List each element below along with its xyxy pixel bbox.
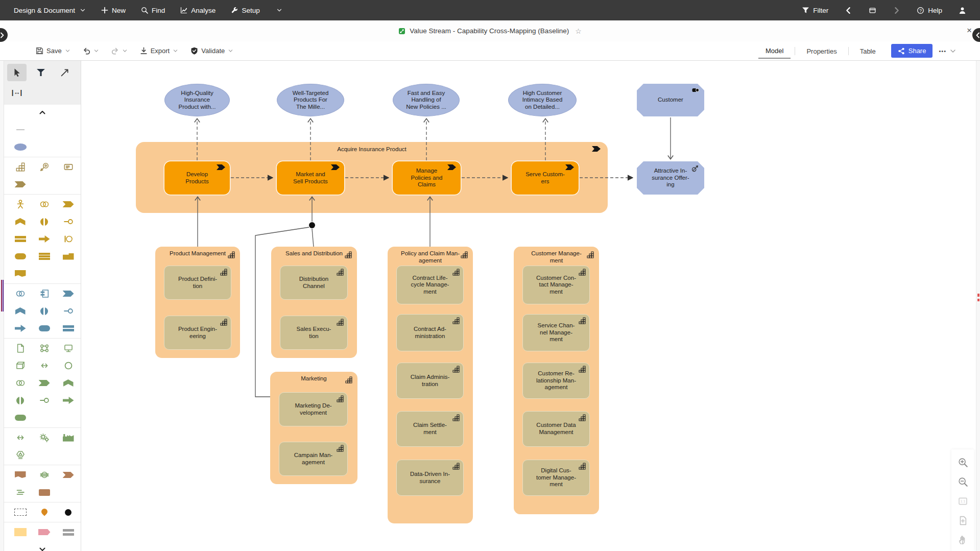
right-panel-strip[interactable] bbox=[976, 41, 980, 551]
stage-manage-policies[interactable]: Manage Policies and Claims bbox=[393, 161, 461, 195]
stage-serve-customers[interactable]: Serve Custom- ers bbox=[512, 161, 579, 195]
zoom-reset-button[interactable]: 1:1 bbox=[954, 492, 971, 510]
back-button[interactable] bbox=[838, 0, 859, 20]
palette-technology-collaboration[interactable] bbox=[8, 374, 32, 392]
goal-fast-easy[interactable]: Fast and Easy Handling of New Policies .… bbox=[393, 84, 460, 116]
setup-menu[interactable]: Setup bbox=[224, 0, 266, 20]
stage-develop-products[interactable]: Develop Products bbox=[164, 161, 230, 195]
left-panel-strip[interactable] bbox=[0, 41, 4, 551]
goal-well-targeted[interactable]: Well-Targeted Products For The Mille... bbox=[277, 84, 344, 116]
palette-path[interactable] bbox=[32, 357, 56, 374]
cap-customer-contact[interactable]: Customer Con- tact Manage- ment bbox=[522, 266, 590, 304]
palette-application-object[interactable] bbox=[32, 320, 56, 337]
close-icon[interactable]: × bbox=[967, 26, 972, 36]
save-button[interactable]: Save bbox=[32, 44, 75, 57]
palette-gap[interactable] bbox=[32, 466, 56, 484]
palette-communication-path[interactable] bbox=[8, 429, 32, 446]
cap-product-engineering[interactable]: Product Engin- eering bbox=[164, 316, 231, 350]
palette-application-collaboration[interactable] bbox=[8, 285, 32, 302]
validate-button[interactable]: Validate bbox=[186, 44, 237, 57]
goal-high-quality[interactable]: High-Quality Insurance Product with... bbox=[164, 84, 230, 116]
palette-business-contract[interactable] bbox=[56, 248, 80, 265]
design-document-menu[interactable]: Design & Document bbox=[7, 0, 92, 20]
palette-course-of-action[interactable] bbox=[32, 158, 56, 176]
palette-business-interaction[interactable] bbox=[32, 213, 56, 230]
cap-marketing-development[interactable]: Marketing De- velopment bbox=[279, 392, 348, 426]
palette-implementation-service[interactable] bbox=[56, 466, 80, 484]
palette-junction[interactable] bbox=[56, 504, 80, 521]
palette-distribution-network[interactable] bbox=[8, 446, 32, 464]
palette-line[interactable] bbox=[8, 121, 32, 138]
fit-page-button[interactable] bbox=[954, 512, 971, 529]
palette-application-process[interactable] bbox=[56, 320, 80, 337]
palette-business-representation[interactable] bbox=[8, 265, 32, 282]
tab-table[interactable]: Table bbox=[853, 43, 883, 58]
palette-technology-interface[interactable] bbox=[32, 392, 56, 409]
attractive-offering-node[interactable]: Attractive In- surance Offer- ing bbox=[637, 161, 704, 195]
palette-business-object[interactable] bbox=[56, 230, 80, 248]
palette-business-actor[interactable] bbox=[8, 196, 32, 213]
palette-technology-object[interactable] bbox=[8, 409, 32, 426]
palette-location[interactable] bbox=[32, 504, 56, 521]
palette-technology-interaction[interactable] bbox=[8, 392, 32, 409]
export-button[interactable]: Export bbox=[136, 44, 183, 57]
new-menu[interactable]: New bbox=[94, 0, 132, 20]
palette-artifact[interactable] bbox=[8, 340, 32, 357]
help-button[interactable]: ?Help bbox=[910, 0, 949, 20]
share-button[interactable]: Share bbox=[891, 44, 933, 58]
find-menu[interactable]: Find bbox=[134, 0, 172, 20]
more-caret-icon[interactable] bbox=[949, 47, 957, 55]
palette-application-interface[interactable] bbox=[56, 302, 80, 320]
palette-business-product[interactable] bbox=[8, 248, 32, 265]
palette-value-stream[interactable] bbox=[8, 176, 32, 193]
cap-data-driven-insurance[interactable]: Data-Driven In- surance bbox=[396, 460, 464, 496]
palette-business-process[interactable] bbox=[8, 230, 32, 248]
palette-communication-network[interactable] bbox=[56, 357, 80, 374]
palette-facility[interactable] bbox=[56, 429, 80, 446]
palette-note[interactable] bbox=[8, 523, 32, 541]
cap-digital-customer[interactable]: Digital Cus- tomer Manage- ment bbox=[522, 460, 590, 496]
palette-application-event[interactable] bbox=[8, 320, 32, 337]
palette-application-service[interactable] bbox=[56, 285, 80, 302]
palette-capability[interactable] bbox=[8, 158, 32, 176]
palette-device[interactable] bbox=[56, 340, 80, 357]
spacing-tool[interactable]: |↔| bbox=[7, 83, 27, 101]
palette-node[interactable] bbox=[8, 357, 32, 374]
more-options-button[interactable]: ••• bbox=[939, 48, 946, 54]
palette-network[interactable] bbox=[32, 340, 56, 357]
palette-application-function[interactable] bbox=[8, 302, 32, 320]
zoom-in-button[interactable] bbox=[954, 453, 971, 471]
cap-product-definition[interactable]: Product Defini- tion bbox=[164, 266, 231, 300]
cap-customer-data[interactable]: Customer Data Management bbox=[522, 411, 590, 447]
palette-resource[interactable] bbox=[56, 158, 80, 176]
palette-technology-event[interactable] bbox=[56, 392, 80, 409]
cap-sales-execution[interactable]: Sales Execu- tion bbox=[280, 316, 348, 350]
palette-business-collaboration[interactable] bbox=[32, 196, 56, 213]
palette-business-meaning[interactable] bbox=[32, 248, 56, 265]
scenario-more-menu[interactable] bbox=[269, 0, 289, 20]
palette-business-event[interactable] bbox=[32, 230, 56, 248]
filter-diagram-tool[interactable] bbox=[31, 64, 51, 81]
cap-campain-management[interactable]: Campain Man- agement bbox=[279, 442, 348, 476]
palette-business-interface[interactable] bbox=[56, 213, 80, 230]
palette-application-interaction[interactable] bbox=[32, 302, 56, 320]
palette-grouping[interactable] bbox=[8, 504, 32, 521]
palette-collapse-button[interactable] bbox=[4, 105, 81, 120]
tab-properties[interactable]: Properties bbox=[799, 43, 844, 58]
palette-plateau[interactable] bbox=[8, 484, 32, 501]
tab-model[interactable]: Model bbox=[758, 43, 791, 59]
redo-button[interactable] bbox=[107, 44, 132, 57]
palette-equipment[interactable] bbox=[32, 429, 56, 446]
stage-market-sell[interactable]: Market and Sell Products bbox=[277, 161, 344, 195]
user-button[interactable] bbox=[952, 0, 973, 20]
palette-expand-button[interactable] bbox=[4, 542, 81, 551]
filter-button[interactable]: Filter bbox=[795, 0, 835, 20]
cap-claim-administration[interactable]: Claim Adminis- tration bbox=[396, 363, 464, 399]
palette-application-component[interactable] bbox=[32, 285, 56, 302]
favorite-star-icon[interactable]: ☆ bbox=[575, 27, 582, 35]
undo-button[interactable] bbox=[79, 44, 103, 57]
zoom-out-button[interactable] bbox=[954, 473, 971, 490]
cap-service-channel[interactable]: Service Chan- nel Manage- ment bbox=[522, 314, 590, 351]
palette-business-function[interactable] bbox=[8, 213, 32, 230]
windows-button[interactable] bbox=[862, 0, 883, 20]
